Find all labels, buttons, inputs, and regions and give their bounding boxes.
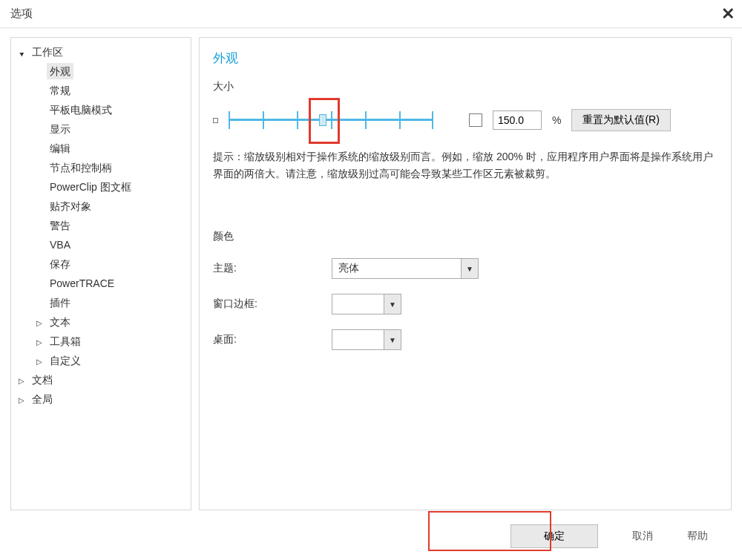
cancel-button[interactable]: 取消: [632, 530, 653, 543]
percent-label: %: [552, 114, 561, 126]
desktop-combo[interactable]: ▼: [332, 329, 401, 350]
size-hint: 提示：缩放级别相对于操作系统的缩放级别而言。例如，缩放 200% 时，应用程序用…: [213, 148, 718, 182]
slider-tick: [297, 111, 298, 129]
border-row: 窗口边框: ▼: [213, 294, 718, 314]
tree-item-customize[interactable]: 自定义: [11, 351, 191, 370]
chevron-down-icon[interactable]: ▼: [384, 329, 401, 350]
border-combo[interactable]: ▼: [332, 294, 401, 314]
tree-item-appearance[interactable]: 外观: [11, 62, 191, 81]
size-slider[interactable]: [229, 108, 433, 132]
tree-item-toolbox[interactable]: 工具箱: [11, 332, 191, 351]
tree-item-text[interactable]: 文本: [11, 312, 191, 332]
theme-combo[interactable]: 亮体 ▼: [332, 258, 479, 279]
tree-item-vba[interactable]: VBA: [11, 235, 191, 254]
close-icon[interactable]: ✕: [721, 6, 735, 22]
ok-button[interactable]: 确定: [510, 524, 598, 548]
size-preview-icon: [213, 118, 218, 123]
size-section-label: 大小: [213, 80, 718, 93]
theme-row: 主题: 亮体 ▼: [213, 258, 718, 279]
content-panel: 外观 大小 % 重置为默认值(R) 提示：缩放级别相对于操作系统的缩放: [199, 37, 732, 510]
tree-item-tablet[interactable]: 平板电脑模式: [11, 100, 191, 119]
tree-item-display[interactable]: 显示: [11, 119, 191, 139]
scale-value-input[interactable]: [493, 111, 542, 130]
window-title: 选项: [10, 7, 33, 21]
border-combo-text: [332, 294, 384, 314]
tree-item-global[interactable]: 全局: [11, 389, 191, 409]
border-label: 窗口边框:: [213, 297, 332, 311]
slider-tick: [432, 111, 433, 129]
desktop-row: 桌面: ▼: [213, 329, 718, 350]
footer: 确定 取消 帮助: [0, 513, 742, 560]
tree-item-edit[interactable]: 编辑: [11, 139, 191, 158]
tree-item-snap[interactable]: 贴齐对象: [11, 197, 191, 216]
desktop-combo-text: [332, 329, 384, 350]
desktop-label: 桌面:: [213, 333, 332, 346]
theme-combo-text: 亮体: [332, 258, 461, 279]
slider-tick: [331, 111, 332, 129]
tree-item-powerclip[interactable]: PowerClip 图文框: [11, 177, 191, 197]
slider-tick: [229, 111, 230, 129]
color-section-label: 颜色: [213, 230, 718, 243]
body-area: 工作区 外观 常规 平板电脑模式 显示 编辑 节点和控制柄 PowerClip …: [0, 28, 742, 510]
size-row: % 重置为默认值(R): [213, 108, 718, 132]
slider-tick: [263, 111, 264, 129]
slider-tick: [399, 111, 401, 129]
tree-panel: 工作区 外观 常规 平板电脑模式 显示 编辑 节点和控制柄 PowerClip …: [10, 37, 191, 510]
size-checkbox[interactable]: [469, 113, 482, 127]
tree-item-save[interactable]: 保存: [11, 254, 191, 274]
titlebar: 选项 ✕: [0, 0, 742, 28]
tree-item-warnings[interactable]: 警告: [11, 216, 191, 235]
help-button[interactable]: 帮助: [687, 530, 708, 543]
reset-button[interactable]: 重置为默认值(R): [571, 109, 670, 131]
theme-label: 主题:: [213, 262, 332, 275]
tree-item-powertrace[interactable]: PowerTRACE: [11, 274, 191, 293]
tree-item-plugins[interactable]: 插件: [11, 293, 191, 312]
panel-title: 外观: [213, 50, 718, 67]
tree-item-workspace[interactable]: 工作区: [11, 42, 191, 62]
slider-tick: [365, 111, 367, 129]
chevron-down-icon[interactable]: ▼: [461, 258, 479, 279]
tree-item-general[interactable]: 常规: [11, 81, 191, 100]
tree-item-nodes[interactable]: 节点和控制柄: [11, 158, 191, 177]
tree-item-document[interactable]: 文档: [11, 370, 191, 389]
nav-tree: 工作区 外观 常规 平板电脑模式 显示 编辑 节点和控制柄 PowerClip …: [11, 42, 191, 409]
slider-thumb[interactable]: [319, 114, 326, 126]
chevron-down-icon[interactable]: ▼: [384, 294, 401, 314]
